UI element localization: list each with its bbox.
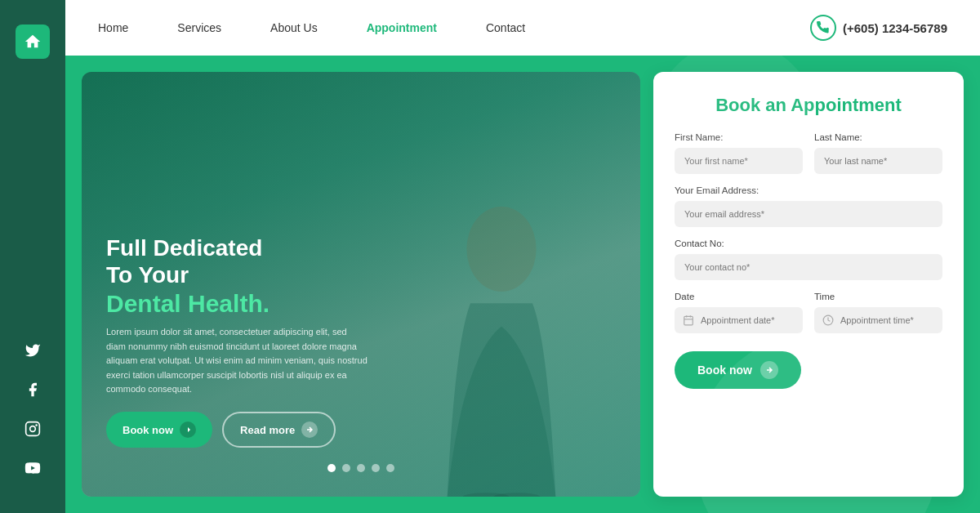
clock-icon <box>822 314 834 326</box>
booking-form: Book an Appointment First Name: Last Nam… <box>653 72 964 497</box>
nav-links: Home Services About Us Appointment Conta… <box>98 21 810 34</box>
hero-book-now-label: Book now <box>122 424 173 436</box>
instagram-icon[interactable] <box>20 417 45 441</box>
youtube-icon[interactable] <box>20 456 45 480</box>
book-now-arrow-icon <box>180 422 196 438</box>
datetime-row: Date Time <box>675 292 942 333</box>
hero-title-line3: Dental Health. <box>106 289 368 319</box>
twitter-icon[interactable] <box>20 338 45 363</box>
date-input-wrapper <box>675 307 803 333</box>
svg-rect-7 <box>684 316 693 325</box>
dot-3[interactable] <box>357 464 365 472</box>
dot-1[interactable] <box>327 464 336 472</box>
form-book-now-button[interactable]: Book now <box>675 351 801 389</box>
hero-read-more-label: Read more <box>240 424 295 436</box>
first-name-input[interactable] <box>675 148 803 174</box>
email-group: Your Email Address: <box>675 185 942 227</box>
time-label: Time <box>814 292 942 301</box>
phone-text: (+605) 1234-56789 <box>843 21 947 35</box>
last-name-input[interactable] <box>814 148 942 174</box>
main-wrapper: Home Services About Us Appointment Conta… <box>65 0 980 513</box>
hero-title-line2: To Your <box>106 261 368 289</box>
form-book-now-label: Book now <box>697 364 752 377</box>
nav-contact[interactable]: Contact <box>486 21 525 34</box>
svg-rect-0 <box>26 422 40 436</box>
facebook-icon[interactable] <box>20 377 45 402</box>
contact-group: Contact No: <box>675 239 942 280</box>
hero-read-more-button[interactable]: Read more <box>222 412 336 448</box>
nav-about[interactable]: About Us <box>270 21 318 34</box>
home-icon <box>24 33 42 51</box>
contact-row: Contact No: <box>675 239 942 280</box>
hero-description: Lorem ipsum dolor sit amet, consectetuer… <box>106 325 368 397</box>
time-group: Time <box>814 292 942 333</box>
hero-content: Full Dedicated To Your Dental Health. Lo… <box>106 234 368 448</box>
hero-section: Full Dedicated To Your Dental Health. Lo… <box>82 72 640 497</box>
sidebar <box>0 0 65 513</box>
first-name-group: First Name: <box>675 132 803 174</box>
date-group: Date <box>675 292 803 333</box>
nav-home[interactable]: Home <box>98 21 128 34</box>
hero-buttons: Book now Read more <box>106 412 368 448</box>
dot-2[interactable] <box>342 464 350 472</box>
hero-title-line1: Full Dedicated <box>106 234 368 262</box>
contact-label: Contact No: <box>675 239 942 248</box>
calendar-icon <box>683 314 694 326</box>
email-label: Your Email Address: <box>675 185 942 195</box>
first-name-label: First Name: <box>675 132 803 142</box>
content-area: Full Dedicated To Your Dental Health. Lo… <box>65 56 980 513</box>
phone-number[interactable]: (+605) 1234-56789 <box>810 15 947 41</box>
date-label: Date <box>675 292 803 301</box>
contact-input[interactable] <box>675 254 942 280</box>
email-input[interactable] <box>675 201 942 227</box>
slider-dots <box>327 464 394 472</box>
social-links <box>20 338 45 480</box>
name-row: First Name: Last Name: <box>675 132 942 174</box>
hero-title: Full Dedicated To Your Dental Health. <box>106 234 368 319</box>
hero-book-now-button[interactable]: Book now <box>106 412 212 448</box>
read-more-arrow-icon <box>301 422 318 438</box>
email-row: Your Email Address: <box>675 185 942 227</box>
navbar: Home Services About Us Appointment Conta… <box>65 0 980 56</box>
form-book-arrow-icon <box>760 361 778 379</box>
form-title: Book an Appointment <box>675 95 942 116</box>
svg-point-2 <box>35 424 38 426</box>
time-input-wrapper <box>814 307 942 333</box>
last-name-label: Last Name: <box>814 132 942 142</box>
home-button[interactable] <box>16 25 50 59</box>
dot-4[interactable] <box>372 464 380 472</box>
nav-services[interactable]: Services <box>177 21 221 34</box>
last-name-group: Last Name: <box>814 132 942 174</box>
dot-5[interactable] <box>386 464 394 472</box>
phone-icon <box>810 15 836 41</box>
nav-appointment[interactable]: Appointment <box>367 21 437 34</box>
svg-point-1 <box>30 426 36 432</box>
